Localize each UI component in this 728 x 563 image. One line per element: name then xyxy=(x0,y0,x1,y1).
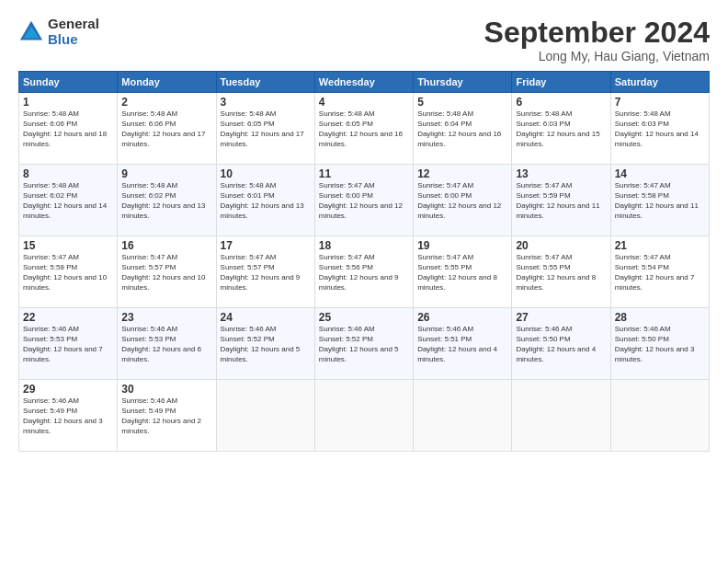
calendar-cell: 4Sunrise: 5:48 AMSunset: 6:05 PMDaylight… xyxy=(314,93,413,165)
week-row-4: 29Sunrise: 5:46 AMSunset: 5:49 PMDayligh… xyxy=(19,380,710,452)
cell-content: Sunrise: 5:47 AMSunset: 5:58 PMDaylight:… xyxy=(23,253,113,293)
week-row-3: 22Sunrise: 5:46 AMSunset: 5:53 PMDayligh… xyxy=(19,308,710,380)
day-number: 2 xyxy=(121,96,211,109)
cell-content: Sunrise: 5:48 AMSunset: 6:06 PMDaylight:… xyxy=(121,109,211,149)
day-number: 18 xyxy=(319,239,409,252)
cell-content: Sunrise: 5:47 AMSunset: 5:58 PMDaylight:… xyxy=(615,181,705,221)
cell-content: Sunrise: 5:46 AMSunset: 5:51 PMDaylight:… xyxy=(417,325,507,364)
calendar-cell: 28Sunrise: 5:46 AMSunset: 5:50 PMDayligh… xyxy=(610,308,709,380)
day-header-thursday: Thursday xyxy=(414,72,512,93)
location: Long My, Hau Giang, Vietnam xyxy=(484,49,710,63)
calendar-cell: 19Sunrise: 5:47 AMSunset: 5:55 PMDayligh… xyxy=(414,236,512,308)
calendar-cell: 7Sunrise: 5:48 AMSunset: 6:03 PMDaylight… xyxy=(610,93,709,165)
cell-content: Sunrise: 5:48 AMSunset: 6:03 PMDaylight:… xyxy=(615,109,705,149)
calendar-cell: 9Sunrise: 5:48 AMSunset: 6:02 PMDaylight… xyxy=(118,165,216,236)
day-number: 15 xyxy=(23,239,113,252)
day-number: 14 xyxy=(615,167,705,180)
month-title: September 2024 xyxy=(484,17,710,49)
calendar-cell: 12Sunrise: 5:47 AMSunset: 6:00 PMDayligh… xyxy=(414,165,512,236)
day-number: 12 xyxy=(417,167,507,180)
header-row: SundayMondayTuesdayWednesdayThursdayFrid… xyxy=(19,72,710,93)
logo-blue: Blue xyxy=(48,32,99,48)
calendar-cell xyxy=(314,380,413,452)
calendar-cell: 26Sunrise: 5:46 AMSunset: 5:51 PMDayligh… xyxy=(414,308,512,380)
day-number: 7 xyxy=(615,96,705,109)
calendar-cell: 16Sunrise: 5:47 AMSunset: 5:57 PMDayligh… xyxy=(118,236,216,308)
day-number: 16 xyxy=(121,239,211,252)
calendar-cell: 1Sunrise: 5:48 AMSunset: 6:06 PMDaylight… xyxy=(19,93,118,165)
cell-content: Sunrise: 5:47 AMSunset: 5:55 PMDaylight:… xyxy=(417,253,507,293)
day-number: 28 xyxy=(615,311,705,324)
week-row-0: 1Sunrise: 5:48 AMSunset: 6:06 PMDaylight… xyxy=(19,93,710,165)
logo-icon xyxy=(18,19,44,45)
calendar-cell: 6Sunrise: 5:48 AMSunset: 6:03 PMDaylight… xyxy=(512,93,610,165)
day-header-sunday: Sunday xyxy=(19,72,118,93)
cell-content: Sunrise: 5:46 AMSunset: 5:50 PMDaylight:… xyxy=(615,325,705,364)
day-number: 10 xyxy=(221,167,311,180)
cell-content: Sunrise: 5:48 AMSunset: 6:02 PMDaylight:… xyxy=(23,181,113,221)
day-number: 1 xyxy=(23,96,113,109)
calendar-table: SundayMondayTuesdayWednesdayThursdayFrid… xyxy=(18,71,710,452)
week-row-2: 15Sunrise: 5:47 AMSunset: 5:58 PMDayligh… xyxy=(19,236,710,308)
calendar-cell: 23Sunrise: 5:46 AMSunset: 5:53 PMDayligh… xyxy=(118,308,216,380)
day-number: 21 xyxy=(615,239,705,252)
calendar-cell: 24Sunrise: 5:46 AMSunset: 5:52 PMDayligh… xyxy=(216,308,314,380)
calendar-cell: 13Sunrise: 5:47 AMSunset: 5:59 PMDayligh… xyxy=(512,165,610,236)
cell-content: Sunrise: 5:46 AMSunset: 5:53 PMDaylight:… xyxy=(121,325,211,364)
day-number: 24 xyxy=(221,311,311,324)
page: General Blue September 2024 Long My, Hau… xyxy=(0,0,728,563)
calendar-cell: 5Sunrise: 5:48 AMSunset: 6:04 PMDaylight… xyxy=(414,93,512,165)
day-number: 23 xyxy=(121,311,211,324)
cell-content: Sunrise: 5:46 AMSunset: 5:50 PMDaylight:… xyxy=(516,325,606,364)
calendar-cell xyxy=(414,380,512,452)
cell-content: Sunrise: 5:48 AMSunset: 6:01 PMDaylight:… xyxy=(221,181,311,221)
cell-content: Sunrise: 5:48 AMSunset: 6:04 PMDaylight:… xyxy=(417,109,507,149)
day-header-wednesday: Wednesday xyxy=(314,72,413,93)
cell-content: Sunrise: 5:48 AMSunset: 6:06 PMDaylight:… xyxy=(23,109,113,149)
day-number: 3 xyxy=(221,96,311,109)
logo-general: General xyxy=(48,17,99,32)
cell-content: Sunrise: 5:46 AMSunset: 5:49 PMDaylight:… xyxy=(121,396,211,436)
cell-content: Sunrise: 5:47 AMSunset: 5:57 PMDaylight:… xyxy=(221,253,311,293)
calendar-cell: 20Sunrise: 5:47 AMSunset: 5:55 PMDayligh… xyxy=(512,236,610,308)
calendar-cell: 30Sunrise: 5:46 AMSunset: 5:49 PMDayligh… xyxy=(118,380,216,452)
cell-content: Sunrise: 5:47 AMSunset: 6:00 PMDaylight:… xyxy=(319,181,409,221)
day-number: 19 xyxy=(417,239,507,252)
cell-content: Sunrise: 5:47 AMSunset: 5:56 PMDaylight:… xyxy=(319,253,409,293)
calendar-cell: 3Sunrise: 5:48 AMSunset: 6:05 PMDaylight… xyxy=(216,93,314,165)
cell-content: Sunrise: 5:46 AMSunset: 5:53 PMDaylight:… xyxy=(23,325,113,364)
header: General Blue September 2024 Long My, Hau… xyxy=(18,17,710,63)
day-number: 9 xyxy=(121,167,211,180)
cell-content: Sunrise: 5:48 AMSunset: 6:05 PMDaylight:… xyxy=(319,109,409,149)
title-area: September 2024 Long My, Hau Giang, Vietn… xyxy=(484,17,710,63)
cell-content: Sunrise: 5:47 AMSunset: 5:54 PMDaylight:… xyxy=(615,253,705,293)
day-number: 30 xyxy=(121,383,211,396)
day-number: 20 xyxy=(516,239,606,252)
day-number: 29 xyxy=(23,383,113,396)
calendar-cell xyxy=(610,380,709,452)
logo-text: General Blue xyxy=(48,17,99,47)
cell-content: Sunrise: 5:47 AMSunset: 5:59 PMDaylight:… xyxy=(516,181,606,221)
calendar-cell: 15Sunrise: 5:47 AMSunset: 5:58 PMDayligh… xyxy=(19,236,118,308)
day-number: 6 xyxy=(516,96,606,109)
cell-content: Sunrise: 5:46 AMSunset: 5:52 PMDaylight:… xyxy=(221,325,311,364)
cell-content: Sunrise: 5:46 AMSunset: 5:52 PMDaylight:… xyxy=(319,325,409,364)
calendar-cell: 2Sunrise: 5:48 AMSunset: 6:06 PMDaylight… xyxy=(118,93,216,165)
day-header-monday: Monday xyxy=(118,72,216,93)
day-header-friday: Friday xyxy=(512,72,610,93)
calendar-cell: 8Sunrise: 5:48 AMSunset: 6:02 PMDaylight… xyxy=(19,165,118,236)
day-number: 27 xyxy=(516,311,606,324)
day-number: 8 xyxy=(23,167,113,180)
calendar-cell: 22Sunrise: 5:46 AMSunset: 5:53 PMDayligh… xyxy=(19,308,118,380)
day-header-saturday: Saturday xyxy=(610,72,709,93)
calendar-cell xyxy=(216,380,314,452)
cell-content: Sunrise: 5:47 AMSunset: 6:00 PMDaylight:… xyxy=(417,181,507,221)
day-number: 22 xyxy=(23,311,113,324)
day-number: 25 xyxy=(319,311,409,324)
cell-content: Sunrise: 5:48 AMSunset: 6:02 PMDaylight:… xyxy=(121,181,211,221)
day-number: 26 xyxy=(417,311,507,324)
logo: General Blue xyxy=(18,17,99,47)
calendar-cell xyxy=(512,380,610,452)
day-header-tuesday: Tuesday xyxy=(216,72,314,93)
calendar-cell: 27Sunrise: 5:46 AMSunset: 5:50 PMDayligh… xyxy=(512,308,610,380)
